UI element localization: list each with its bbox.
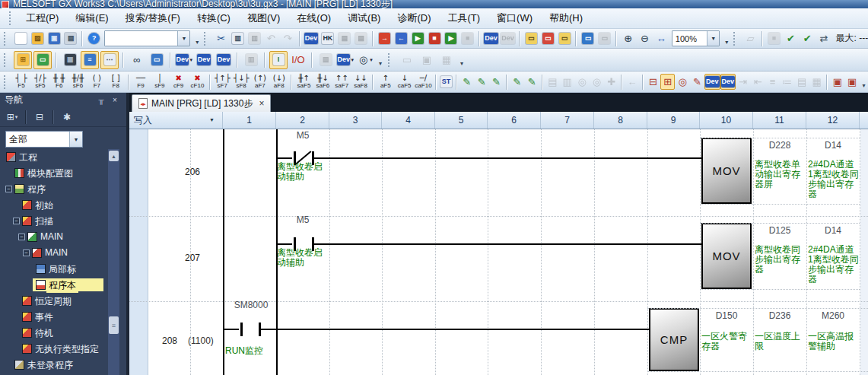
zoom-level-combo[interactable]: 100%▼ [672,30,720,46]
navigation-window-icon[interactable]: ⊞ [14,51,32,69]
pin-icon[interactable]: ╥ [94,94,108,106]
convert-check-icon[interactable]: ✔ [783,30,799,46]
option-window-icon[interactable]: ▭ [398,51,416,69]
copy-icon[interactable]: ▥ [230,30,246,46]
sidebar-item-initial[interactable]: 初始 [0,197,108,213]
toolbar-grip[interactable] [204,32,209,46]
device-label[interactable]: M5 [276,215,329,225]
falling-pulse-close-button[interactable]: ╫↓saF6 [313,72,332,91]
fit-width-icon[interactable]: ↔ [653,30,669,46]
menu-item-tools[interactable]: 工具(T) [439,8,488,28]
monitor-stop-icon[interactable]: ■ [427,30,443,46]
chevron-down-icon[interactable]: ▼ [209,117,215,122]
undo-icon[interactable]: ↶ [263,30,279,46]
doc-restore-icon[interactable]: ▤ [336,30,352,46]
paste-icon[interactable]: ▥ [246,30,262,46]
find-contact-icon[interactable]: ◎ [574,74,589,90]
statement-display-icon[interactable]: ≡ [81,51,99,69]
menu-item-window[interactable]: 窗口(W) [488,8,541,28]
device-comment-display-icon[interactable]: Dev [304,30,320,46]
statement-edit-icon[interactable]: ▥ [560,74,574,90]
edit-mode-pencil-icon[interactable]: ✎ [459,74,474,90]
tree-expander-icon[interactable]: − [23,249,30,256]
monitor-start-icon[interactable]: ▶ [410,30,426,46]
operand-device[interactable]: D14 [806,225,860,236]
align-note-icon[interactable]: ≔ [780,74,794,90]
sidebar-item-project[interactable]: 工程 [0,149,108,165]
menu-item-view[interactable]: 视图(V) [239,8,288,28]
note-display-icon[interactable]: ⋯ [100,51,119,69]
instruction-mov[interactable]: MOV [701,223,752,289]
instruction-mov[interactable]: MOV [701,138,752,204]
invert-operation-down-button[interactable]: ↓caF5 [395,72,414,91]
erase-line-pencil-icon[interactable]: ✎ [524,74,539,90]
wire-check-icon[interactable]: ▦ [809,74,824,90]
tree-filter-combo[interactable]: 全部 ▼ [5,131,83,148]
application-instruction-button[interactable]: [ ]F8 [107,72,126,91]
chevron-down-icon[interactable]: ▼ [707,31,719,46]
sidebar-item-main-block[interactable]: −MAIN [0,245,108,261]
sidebar-item-module-config[interactable]: 模块配置图 [0,165,108,181]
save-project-icon[interactable]: ▣ [46,30,62,46]
sidebar-item-unregistered[interactable]: 未登录程序 [0,357,108,373]
tab-main-prg[interactable]: ◂▸ MAIN [PRG] [LD] 1330步 × [132,94,271,112]
zoom-out-icon[interactable]: ⊖ [637,30,653,46]
falling-pulse-branch-button[interactable]: (↓)aF8 [269,72,288,91]
io-check-icon[interactable]: I/O [289,51,307,69]
operand-device[interactable]: D14 [806,140,860,151]
monitor-watch-icon[interactable]: ▶ [443,30,459,46]
find-coil-icon[interactable]: ◎ [590,74,604,90]
menu-grip[interactable] [9,11,14,25]
previous-step-icon[interactable]: ← [625,74,639,90]
device-test-icon[interactable]: Dev [704,74,720,90]
device-write-icon[interactable]: Dev [720,74,736,90]
sidebar-item-main[interactable]: −MAIN [0,229,108,245]
sidebar-item-scan[interactable]: −扫描 [0,213,108,229]
toolbar-overflow-icon[interactable]: ▾ [192,30,202,47]
invert-result-button[interactable]: ─/caF10 [414,72,433,91]
new-project-icon[interactable] [13,30,29,46]
toolbar-grip[interactable] [733,32,739,46]
toolbar-grip[interactable] [4,53,9,67]
quick-access-combo[interactable]: ▼ [104,30,190,46]
close-branch-button[interactable]: ╫/╫sF6 [68,72,87,91]
device-list-icon[interactable]: Dev [195,51,213,69]
open-project-icon[interactable]: ▨ [30,30,46,46]
chevron-down-icon[interactable]: ▼ [177,31,189,46]
settings-gear-button[interactable]: ✱ [58,110,76,126]
cross-reference-icon[interactable]: ▥ [242,51,260,69]
toolbar-grip[interactable] [4,75,9,89]
memory-card-icon[interactable]: ▤ [316,51,335,69]
toolbar-grip[interactable] [4,32,9,46]
sidebar-item-event[interactable]: 事件 [0,309,108,325]
menu-item-search-replace[interactable]: 搜索/替换(F) [117,8,189,28]
monitor-pc-icon[interactable]: ▭ [580,30,596,46]
menu-item-debug[interactable]: 调试(B) [339,8,389,28]
close-contact-button[interactable]: ┤/├sF5 [30,72,49,91]
edit-coil-pencil-icon[interactable]: ✎ [489,74,504,90]
stop-gray-icon[interactable]: ■ [766,30,782,46]
coil-button[interactable]: ( )F7 [87,72,107,91]
window-switch-icon[interactable]: ▣ [418,51,436,69]
invert-operation-up-button[interactable]: ↑aF5 [376,72,395,91]
change-history-icon[interactable]: ▤ [545,74,560,90]
toolbar-overflow-icon[interactable]: ▾ [860,74,868,91]
falling-pulse-close-branch-button[interactable]: ↓↓saF8 [351,72,370,91]
menu-item-help[interactable]: 帮助(H) [541,8,591,28]
toolbar-overflow-icon[interactable]: ▾ [457,52,466,68]
element-selection-icon[interactable]: ▭ [33,51,52,69]
new-window-icon[interactable]: ▱ [742,30,758,46]
device-comment-batch-icon[interactable]: Dev▾ [336,51,355,69]
rising-pulse-close-branch-button[interactable]: ↑↑saF7 [332,72,351,91]
redo-icon[interactable]: ↷ [280,30,296,46]
operand-device[interactable]: D228 [753,140,806,151]
open-branch-button[interactable]: ╫ ╫F6 [49,72,68,91]
operand-device[interactable]: D125 [753,225,806,236]
edit-track-icon[interactable]: ✎ [690,74,704,90]
scroll-thumb[interactable]: ≡ [109,316,119,334]
delete-horizontal-line-button[interactable]: ✖cF9 [169,72,188,91]
monitor-gray-icon[interactable]: ■ [459,30,475,46]
tab-close-icon[interactable]: × [259,98,264,109]
find-replace-window-icon[interactable]: ▭ [148,51,166,69]
sidebar-item-standby[interactable]: 待机 [0,325,108,341]
